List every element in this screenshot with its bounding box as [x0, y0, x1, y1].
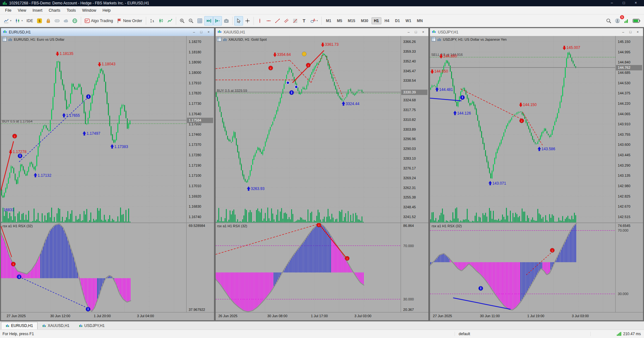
- tab-eurusd[interactable]: EURUSD,H1: [1, 322, 38, 329]
- chart-window-titlebar[interactable]: XAUUSD,H1 – □ ×: [216, 28, 429, 36]
- zoom-out-icon: [188, 18, 194, 23]
- chart-window-titlebar[interactable]: EURUSD,H1 – □ ×: [1, 28, 214, 36]
- maximize-button[interactable]: □: [618, 0, 629, 6]
- candlestick-chart-button[interactable]: [157, 16, 165, 26]
- time-axis[interactable]: 26 Jun 202530 Jun 08:001 Jul 17:003 Jul …: [216, 312, 429, 320]
- candlestick-canvas[interactable]: SELL 0.5 at 144.916i↓145.007144.880144.6…: [430, 36, 615, 222]
- channel-button[interactable]: [282, 16, 291, 26]
- indicator-area[interactable]: ↓↓ rsx a1 H1 RSX (32): [216, 223, 401, 312]
- price-tick: 1.17820: [189, 91, 201, 95]
- price-chart-area[interactable]: BUY 0.5 at 1.17554↓ii1.181351.180431.172…: [1, 36, 186, 222]
- price-chart-area[interactable]: BUY 0.5 at 3329.59↓i↓3354.643361.733324.…: [216, 36, 401, 222]
- security-button[interactable]: [44, 16, 53, 26]
- menu-file[interactable]: File: [2, 7, 15, 14]
- timeframe-h1-button[interactable]: H1: [372, 17, 381, 24]
- rsx-indicator-canvas[interactable]: ↓ii: [1, 223, 186, 312]
- indicator-area[interactable]: i↓ rsx a1 H1 RSX (32): [430, 223, 615, 312]
- fibonacci-button[interactable]: [291, 16, 300, 26]
- indicators-button[interactable]: ▾: [2, 16, 13, 26]
- connection-status[interactable]: 210.47 ms: [590, 332, 644, 336]
- tab-xauusd[interactable]: XAUUSD,H1: [38, 322, 74, 329]
- current-price-box: 1.17584: [187, 118, 213, 123]
- chart-minimize-button[interactable]: –: [405, 29, 412, 35]
- chart-close-button[interactable]: ×: [205, 29, 212, 35]
- price-tick: 3345.47: [403, 69, 416, 73]
- timeframe-m1-button[interactable]: M1: [324, 17, 334, 24]
- candlestick-canvas[interactable]: BUY 0.5 at 3329.59↓i↓3354.643361.733324.…: [216, 36, 401, 222]
- minimize-button[interactable]: –: [606, 0, 617, 6]
- search-button[interactable]: [604, 16, 613, 26]
- battery-indicator[interactable]: [631, 16, 642, 26]
- menu-tools[interactable]: Tools: [63, 7, 79, 14]
- menu-help[interactable]: Help: [99, 7, 114, 14]
- timeframe-mn-button[interactable]: MN: [414, 17, 426, 24]
- zoom-in-button[interactable]: [178, 16, 187, 26]
- price-axis[interactable]: 1.182701.181801.180901.180001.179101.178…: [186, 36, 214, 222]
- toolbar-separator: [232, 17, 233, 25]
- chart-type-button[interactable]: ▾: [13, 16, 25, 26]
- indicator-axis[interactable]: 74.654570.00030.000: [615, 223, 643, 312]
- chart-window-titlebar[interactable]: USDJPY,H1 – □ ×: [430, 28, 643, 36]
- menu-window[interactable]: Window: [79, 7, 99, 14]
- candlestick-canvas[interactable]: BUY 0.5 at 1.17554↓ii1.181351.180431.172…: [1, 36, 186, 222]
- close-button[interactable]: ×: [630, 0, 641, 6]
- chart-maximize-button[interactable]: □: [198, 29, 205, 35]
- shapes-button[interactable]: ▾: [308, 16, 320, 26]
- indicator-axis[interactable]: 86.86420.36770.00030.000: [401, 223, 428, 312]
- cloud-button[interactable]: [62, 16, 70, 26]
- chart-minimize-button[interactable]: –: [191, 29, 198, 35]
- zoom-out-button[interactable]: [187, 16, 195, 26]
- timeframe-h4-button[interactable]: H4: [382, 17, 392, 24]
- indicator-area[interactable]: ↓ii rsx a1 H1 RSX (32): [1, 223, 186, 312]
- price-axis[interactable]: 3366.263359.333352.403345.473338.543324.…: [401, 36, 428, 222]
- timeframe-m30-button[interactable]: M30: [358, 17, 371, 24]
- chart-close-button[interactable]: ×: [420, 29, 426, 35]
- trendline-button[interactable]: [273, 16, 282, 26]
- chart-minimize-button[interactable]: –: [620, 29, 627, 35]
- market-button[interactable]: [70, 16, 79, 26]
- scale-fix-button[interactable]: 1: [148, 16, 157, 26]
- notifications-button[interactable]: 1: [613, 16, 622, 26]
- time-axis[interactable]: 27 Jun 202530 Jun 12:001 Jul 20:003 Jul …: [1, 312, 214, 320]
- chart-shift-button[interactable]: [213, 16, 222, 26]
- new-order-button[interactable]: New Order: [115, 16, 144, 26]
- price-chart-area[interactable]: SELL 0.5 at 144.916i↓145.007144.880144.6…: [430, 36, 615, 222]
- chart-maximize-button[interactable]: □: [412, 29, 419, 35]
- deposit-button[interactable]: $: [35, 16, 44, 26]
- toolbar-separator: [253, 17, 254, 25]
- menu-view[interactable]: View: [15, 7, 29, 14]
- auto-scroll-button[interactable]: [204, 16, 213, 26]
- vertical-line-button[interactable]: [255, 16, 264, 26]
- timeframe-d1-button[interactable]: D1: [392, 17, 402, 24]
- signal-price-label: 1.18043: [102, 62, 116, 66]
- ide-button[interactable]: IDE: [25, 16, 35, 26]
- time-axis[interactable]: 27 Jun 202530 Jun 11:001 Jul 19:003 Jul …: [430, 312, 643, 320]
- line-chart-button[interactable]: [165, 16, 174, 26]
- price-axis[interactable]: 145.150144.995144.840144.685144.530144.3…: [615, 36, 643, 222]
- status-help-text: For Help, press F1: [0, 332, 455, 336]
- menu-insert[interactable]: Insert: [29, 7, 45, 14]
- menu-charts[interactable]: Charts: [45, 7, 63, 14]
- api-button[interactable]: [53, 16, 62, 26]
- algo-trading-button[interactable]: Algo Trading: [83, 16, 115, 26]
- time-axis-label: 30 Jun 08:00: [267, 314, 288, 318]
- chart-maximize-button[interactable]: □: [627, 29, 634, 35]
- vline-icon: [257, 18, 262, 23]
- crosshair-button[interactable]: [243, 16, 252, 26]
- current-price-box: 144.762: [616, 65, 642, 70]
- rsx-indicator-canvas[interactable]: i↓: [430, 223, 615, 312]
- timeframe-w1-button[interactable]: W1: [403, 17, 414, 24]
- tile-windows-button[interactable]: [195, 16, 204, 26]
- status-profile[interactable]: default: [455, 332, 590, 336]
- horizontal-line-button[interactable]: [264, 16, 273, 26]
- rsx-indicator-canvas[interactable]: ↓↓: [216, 223, 401, 312]
- timeframe-m5-button[interactable]: M5: [334, 17, 345, 24]
- chart-close-button[interactable]: ×: [634, 29, 641, 35]
- screenshot-button[interactable]: [222, 16, 231, 26]
- cursor-button[interactable]: [234, 16, 243, 26]
- text-tool-button[interactable]: T: [300, 16, 308, 26]
- tab-usdjpy[interactable]: USDJPY,H1: [74, 322, 109, 329]
- indicator-axis[interactable]: 69.52898437.967922: [186, 223, 214, 312]
- timeframe-m15-button[interactable]: M15: [345, 17, 358, 24]
- toolbar-separator: [146, 17, 146, 25]
